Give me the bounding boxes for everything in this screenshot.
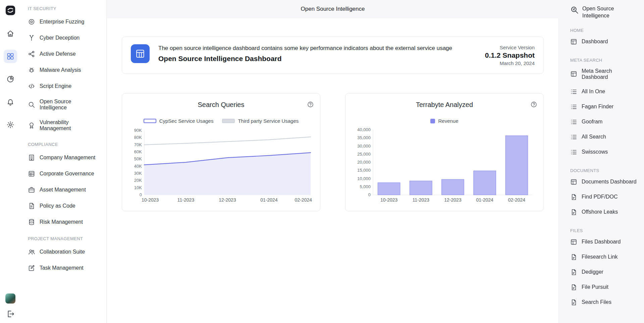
info-text: The open source intelligence dashboard c… <box>158 44 452 63</box>
rail-item-dashboards[interactable] <box>4 50 17 63</box>
sidebar-item-policy-as-code[interactable]: Policy as Code <box>23 198 102 214</box>
nav-item-swisscows[interactable]: Swisscows <box>569 145 639 160</box>
nav-item-label: Dashboard <box>582 39 608 45</box>
help-icon[interactable] <box>307 101 314 108</box>
sidebar-section-project-management: PROJECT MANAGEMENTCollaboration SuiteTas… <box>23 236 102 276</box>
info-description: The open source intelligence dashboard c… <box>158 45 452 52</box>
svg-text:50K: 50K <box>134 156 142 161</box>
svg-text:40K: 40K <box>134 164 142 169</box>
sidebar-item-risk-management[interactable]: Risk Management <box>23 214 102 230</box>
nav-item-all-search[interactable]: All Search <box>569 129 639 145</box>
people-icon <box>28 248 35 256</box>
nav-item-fagan-finder[interactable]: Fagan Finder <box>569 99 639 114</box>
policy-doc-icon <box>28 202 35 210</box>
legend-item-third-party-service-usages: Third party Service Usages <box>222 118 299 124</box>
user-avatar[interactable] <box>5 293 15 304</box>
main-area: Open Source Intelligence The open source… <box>107 0 644 323</box>
nav-item-documents-dashboard[interactable]: Documents Dashboard <box>569 174 639 190</box>
nav-item-files-dashboard[interactable]: Files Dashboard <box>569 234 639 250</box>
nav-item-label: Filesearch Link <box>582 254 618 260</box>
sidebar-item-script-engine[interactable]: Script Engine <box>23 78 102 94</box>
sidebar-item-label: Company Management <box>40 155 95 161</box>
sidebar-item-malware-analysis[interactable]: Malware Analysis <box>23 62 102 78</box>
layers-icon <box>28 218 35 226</box>
grid-icon <box>6 52 14 60</box>
content-panel: The open source intelligence dashboard c… <box>107 18 559 323</box>
svg-text:25,000: 25,000 <box>357 152 371 157</box>
nav-item-all-in-one[interactable]: All In One <box>569 84 639 99</box>
svg-text:35,000: 35,000 <box>357 135 371 140</box>
dashboard-grid-icon <box>131 44 150 63</box>
help-icon[interactable] <box>530 101 537 108</box>
sidebar-item-corporate-governance[interactable]: Corporate Governance <box>23 166 102 182</box>
home-icon <box>6 30 14 38</box>
svg-text:30,000: 30,000 <box>357 144 371 149</box>
sidebar-item-enterprise-fuzzing[interactable]: Enterprise Fuzzing <box>23 14 102 30</box>
info-title: Open Source Intelligence Dashboard <box>158 55 452 63</box>
sidebar-item-label: Collaboration Suite <box>40 249 85 255</box>
nav-item-file-pursuit[interactable]: File Pursuit <box>569 280 639 295</box>
rail-item-analytics[interactable] <box>4 72 17 86</box>
right-panel-sections: HOMEDashboardMETA SEARCHMeta Search Dash… <box>569 28 639 310</box>
service-version-value: 0.1.2 Snapshot <box>485 51 535 59</box>
nav-item-offshore-leaks[interactable]: Offshore Leaks <box>569 205 639 220</box>
sidebar-item-label: Task Management <box>40 265 84 271</box>
chart-title: Terrabyte Analyzed <box>352 101 537 109</box>
osint-network-search-icon <box>570 6 579 14</box>
gear-icon <box>6 121 14 129</box>
svg-text:10-2023: 10-2023 <box>380 197 398 203</box>
nav-item-search-files[interactable]: Search Files <box>569 295 639 310</box>
sidebar-item-label: Corporate Governance <box>40 171 94 177</box>
badge-icon <box>28 122 35 129</box>
terrabyte-analyzed-chart: 05,00010,00015,00020,00025,00030,00035,0… <box>352 127 537 205</box>
svg-text:10-2023: 10-2023 <box>142 197 159 203</box>
nav-item-label: All Search <box>582 134 606 140</box>
rail-item-notifications[interactable] <box>4 95 17 109</box>
legend-label: CypSec Service Usages <box>159 118 214 124</box>
svg-text:80K: 80K <box>134 135 142 140</box>
svg-text:20K: 20K <box>134 178 142 183</box>
list-icon <box>570 133 577 141</box>
network-icon <box>28 50 35 58</box>
service-version-date: March 20, 2024 <box>485 60 535 66</box>
nav-item-find-pdf-doc[interactable]: Find PDF/DOC <box>569 190 639 205</box>
nav-item-label: Fagan Finder <box>582 104 613 110</box>
sidebar-item-vulnerability-management[interactable]: Vulnerability Management <box>23 115 102 136</box>
app-logo-icon[interactable] <box>5 5 16 16</box>
sidebar-item-label: Active Defense <box>40 51 76 57</box>
briefcase-icon <box>28 186 35 194</box>
legend-item-cypsec-service-usages: CypSec Service Usages <box>144 118 214 124</box>
search-queries-chart: 010K20K30K40K50K60K70K80K90K10-202311-20… <box>129 127 314 205</box>
dashboard-panel-icon <box>570 38 577 45</box>
logout-icon[interactable] <box>6 310 15 318</box>
nav-item-dedigger[interactable]: Dedigger <box>569 265 639 280</box>
nav-item-filesearch-link[interactable]: Filesearch Link <box>569 250 639 265</box>
svg-text:5,000: 5,000 <box>360 184 371 189</box>
svg-text:15,000: 15,000 <box>357 168 371 173</box>
sidebar-item-active-defense[interactable]: Active Defense <box>23 46 102 62</box>
sidebar-item-cyber-deception[interactable]: Cyber Deception <box>23 30 102 46</box>
svg-text:02-2024: 02-2024 <box>508 197 526 203</box>
list-icon <box>570 88 577 95</box>
sidebar-item-company-management[interactable]: Company Management <box>23 150 102 166</box>
nav-item-dashboard[interactable]: Dashboard <box>569 34 639 49</box>
nav-item-label: Search Files <box>582 299 611 305</box>
svg-text:30K: 30K <box>134 171 142 176</box>
nav-item-meta-search-dashboard[interactable]: Meta Search Dashboard <box>569 64 639 84</box>
search-icon <box>28 101 35 108</box>
svg-text:20,000: 20,000 <box>357 160 371 165</box>
list-icon <box>570 118 577 125</box>
sidebar-item-label: Asset Management <box>40 187 86 193</box>
legend-label: Revenue <box>438 118 458 124</box>
sidebar-item-asset-management[interactable]: Asset Management <box>23 182 102 198</box>
right-panel-section-title: DOCUMENTS <box>570 168 639 173</box>
table-icon <box>28 170 35 177</box>
rail-item-settings[interactable] <box>4 118 17 131</box>
decoy-icon <box>28 34 35 42</box>
sidebar-item-task-management[interactable]: Task Management <box>23 260 102 276</box>
nav-item-goofram[interactable]: Goofram <box>569 114 639 129</box>
rail-item-home[interactable] <box>4 27 17 40</box>
sidebar-item-collaboration-suite[interactable]: Collaboration Suite <box>23 244 102 260</box>
sidebar-item-open-source-intelligence[interactable]: Open Source Intelligence <box>23 94 102 115</box>
search-queries-card: Search Queries CypSec Service UsagesThir… <box>122 93 320 211</box>
